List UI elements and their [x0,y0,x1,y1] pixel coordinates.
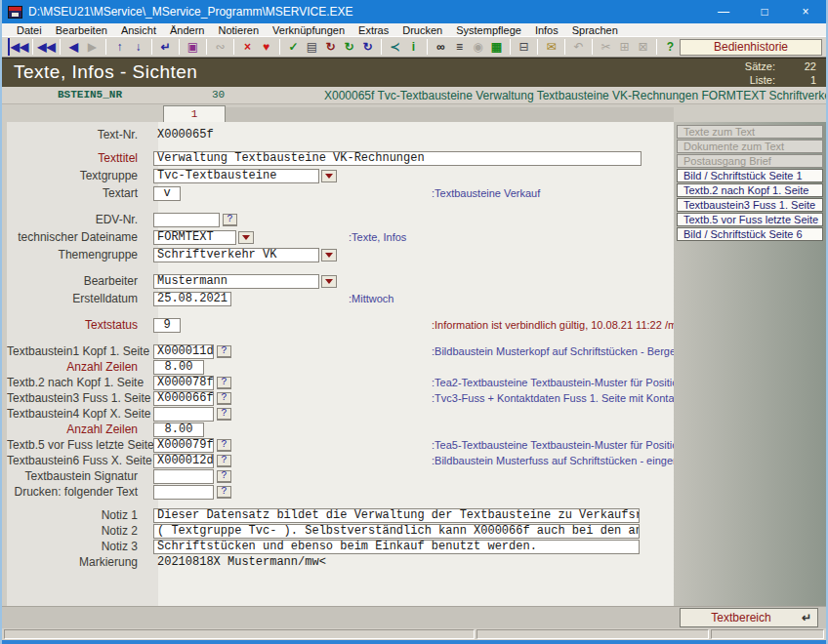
textbereich-button[interactable]: Textbereich ↵ [680,608,818,627]
mail-icon[interactable]: ✉ [542,38,560,56]
lookup-button[interactable]: ? [217,377,231,389]
status-segment [4,629,475,639]
status-segment [476,629,709,639]
copy-icon[interactable]: ⊞ [615,38,634,56]
fast-back-icon[interactable]: ◀◀ [37,38,56,56]
previous-record-icon[interactable]: ◀ [64,38,83,56]
lookup-button[interactable]: ? [217,439,231,452]
favorite-heart-icon[interactable]: ♥ [257,38,275,56]
anzahl-zeilen1-input[interactable]: 8.00 [153,360,204,375]
bedienhistorie-button[interactable]: Bedienhistorie [680,39,822,56]
sidebar-button-bild-seite-1[interactable]: Bild / Schriftstück Seite 1 [677,169,823,182]
lookup-button[interactable]: ? [217,455,231,467]
field-label: Textgruppe [7,169,153,182]
binoculars-icon[interactable]: ∞ [432,38,450,56]
menu-ansicht[interactable]: Ansicht [114,24,163,36]
lookup-button[interactable]: ? [217,345,231,358]
enter-icon[interactable]: ↵ [156,38,175,56]
chevron-down-icon[interactable] [321,249,337,262]
maximize-button[interactable]: □ [744,0,785,23]
branch-icon[interactable]: ≺ [386,38,404,56]
notiz3-input[interactable]: Schriftstücken und ebenso beim Einkauf b… [153,540,640,554]
field-note: :Information ist verbindlich gültig, 10.… [432,319,674,331]
down-icon[interactable]: ↓ [129,38,147,56]
help-icon[interactable]: ? [661,38,680,56]
signatur-input[interactable] [153,469,214,484]
menu-bearbeiten[interactable]: Bearbeiten [49,24,114,36]
textbaustein1-input[interactable]: X000011d [153,344,214,359]
edv-nr-input[interactable] [153,213,220,227]
sidebar-button-textbaustein3-fuss[interactable]: Textbaustein3 Fuss 1. Seite [677,198,823,212]
refresh-blue-icon[interactable]: ↻ [358,38,377,56]
chevron-down-icon[interactable] [321,170,337,182]
refresh-red-icon[interactable]: ↻ [321,38,340,56]
lookup-button[interactable]: ? [217,470,231,483]
form-row: technischer Dateiname FORMTEXT :Texte, I… [7,229,674,245]
save-disk-icon[interactable]: ▣ [184,38,202,56]
textart-input[interactable]: v [153,186,181,201]
notiz2-input[interactable]: ( Textgruppe Tvc- ). Selbstverständlich … [153,524,640,539]
form-row: Themengruppe Schriftverkehr VK [7,247,674,262]
menu-extras[interactable]: Extras [352,24,395,36]
cut-icon[interactable]: ✂ [597,38,615,56]
menu-sprachen[interactable]: Sprachen [565,24,625,36]
list-icon[interactable]: ≡ [450,38,469,56]
colors-icon[interactable]: ▦ [487,38,506,56]
minimize-button[interactable]: — [703,0,744,23]
textstatus-input[interactable]: 9 [153,318,181,333]
paste-icon[interactable]: ⊠ [634,38,652,56]
menu-notieren[interactable]: Notieren [211,24,266,36]
textbaustein5-input[interactable]: X000079f [153,438,214,453]
field-label: Notiz 2 [7,524,153,538]
lookup-button[interactable]: ? [223,214,237,226]
textbaustein6-input[interactable]: X000012d [153,454,214,468]
lookup-button[interactable]: ? [217,408,231,421]
toolbar-separator [32,39,33,55]
link-icon[interactable]: ∾ [211,38,229,56]
confirm-check-icon[interactable]: ✓ [284,38,303,56]
document-icon[interactable]: ▤ [303,38,321,56]
textbaustein2-input[interactable]: X000078f [153,376,214,390]
dateiname-select[interactable]: FORMTEXT [153,230,236,245]
chevron-down-icon[interactable] [238,231,254,244]
info-icon[interactable]: i [404,38,423,56]
up-icon[interactable]: ↑ [110,38,129,56]
field-label: Texttitel [7,151,153,165]
themengruppe-select[interactable]: Schriftverkehr VK [153,248,319,262]
eye-icon[interactable]: ◉ [469,38,487,56]
form-row: Anzahl Zeilen 8.00 [7,422,674,437]
printer-icon[interactable]: ⊟ [515,38,533,56]
textbaustein3-input[interactable]: X000066f [153,391,214,406]
refresh-green-icon[interactable]: ↻ [340,38,358,56]
menu-drucken[interactable]: Drucken [395,24,449,36]
bearbeiter-select[interactable]: Mustermann [153,274,319,289]
sidebar-button-dokumente-zum-text: Dokumente zum Text [677,140,823,153]
notiz1-input[interactable]: Dieser Datensatz bildet die Verwaltung d… [153,508,640,523]
texttitel-input[interactable]: Verwaltung Textbausteine VK-Rechnungen [153,151,642,166]
delete-icon[interactable]: × [238,38,257,56]
lookup-button[interactable]: ? [217,486,231,499]
lookup-button[interactable]: ? [217,392,231,405]
menu-datei[interactable]: Datei [10,24,49,36]
undo-icon[interactable]: ↶ [569,38,588,56]
tab-row: 1 [2,104,826,122]
field-label: Notiz 1 [7,508,153,522]
menu-aendern[interactable]: Ändern [163,24,211,36]
sidebar-button-textb5-vor-fuss[interactable]: Textb.5 vor Fuss letzte Seite [677,213,823,226]
erstelldatum-input[interactable]: 25.08.2021 [153,292,231,306]
textbaustein4-input[interactable] [153,407,214,422]
close-button[interactable]: × [785,0,826,23]
anzahl-zeilen2-input[interactable]: 8.00 [153,423,204,437]
sidebar-button-bild-seite-6[interactable]: Bild / Schriftstück Seite 6 [677,227,823,241]
sidebar-button-textb2-nach-kopf[interactable]: Textb.2 nach Kopf 1. Seite [677,183,823,197]
menu-verknuepfungen[interactable]: Verknüpfungen [266,24,352,36]
textgruppe-select[interactable]: Tvc-Textbausteine [153,169,319,183]
next-record-icon[interactable]: ▶ [83,38,102,56]
drucken-text-input[interactable] [153,485,214,500]
first-record-icon[interactable]: ◀◀ [8,38,28,56]
menu-infos[interactable]: Infos [528,24,565,36]
chevron-down-icon[interactable] [321,275,337,288]
form-row: Textbaustein6 Fuss X. Seite X000012d ? :… [7,453,674,468]
menu-systempflege[interactable]: Systempflege [449,24,528,36]
tab-1[interactable]: 1 [163,105,226,122]
